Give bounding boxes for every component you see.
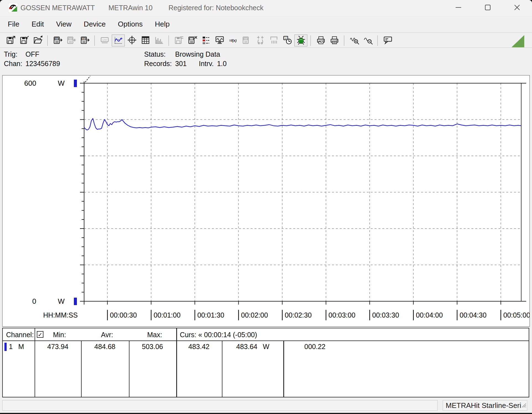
zoom-out-button[interactable] bbox=[361, 35, 374, 46]
records-label: Records: bbox=[144, 60, 175, 68]
menu-item-edit[interactable]: Edit bbox=[25, 19, 50, 30]
close-button[interactable] bbox=[507, 0, 527, 16]
menu-item-options[interactable]: Options bbox=[112, 19, 149, 30]
read-device-icon: 321 bbox=[53, 35, 63, 46]
minimize-button[interactable] bbox=[449, 0, 468, 16]
print-report-button[interactable] bbox=[328, 35, 341, 46]
table-divider bbox=[35, 328, 35, 397]
x-tick-label: 00:02:00 bbox=[241, 311, 268, 319]
title-brand: GOSSEN METRAWATT bbox=[20, 4, 95, 12]
status-value: Browsing Data bbox=[175, 50, 220, 58]
channel-list-button[interactable] bbox=[199, 35, 212, 46]
print-chart-icon bbox=[316, 35, 326, 46]
formula-button[interactable]: =f(x) bbox=[227, 35, 240, 46]
power-chart: 00:00:3000:01:0000:01:3000:02:0000:02:30… bbox=[2, 75, 530, 326]
menu-item-view[interactable]: View bbox=[50, 19, 78, 30]
cell-unit: W bbox=[263, 343, 269, 351]
x-axis-caption: HH:MM:SS bbox=[43, 311, 78, 319]
svg-text:321: 321 bbox=[244, 38, 247, 40]
menu-bar: FileEditViewDeviceOptionsHelp bbox=[0, 16, 532, 33]
read-device-button[interactable]: 321 bbox=[51, 35, 64, 46]
memory-read-button[interactable]: M bbox=[78, 35, 91, 46]
channel-visibility-checkbox[interactable]: ✓ bbox=[37, 331, 43, 338]
lcd-display-icon: 321 bbox=[242, 35, 251, 46]
y-max-label: 600 bbox=[24, 79, 36, 87]
x-tick-label: 00:03:30 bbox=[372, 311, 399, 319]
cell-channel-number: 1 bbox=[9, 343, 13, 351]
col-header-cursor: Curs: « 00:00:14 (-05:00) bbox=[180, 331, 257, 339]
save-export-button[interactable] bbox=[4, 35, 17, 46]
divider bbox=[0, 33, 532, 33]
monitor-view-button[interactable] bbox=[213, 35, 226, 46]
measurement-table: Channel: ✓ Min: Avr: Max: Curs: « 00:00:… bbox=[2, 328, 529, 397]
demo-mode-button[interactable] bbox=[294, 35, 307, 46]
write-device-button: 321 bbox=[65, 35, 78, 46]
device-name: METRAHit Starline-Seri bbox=[446, 401, 521, 410]
table-divider bbox=[283, 340, 284, 397]
xy-view-button[interactable] bbox=[125, 35, 138, 46]
status-label: Status: bbox=[144, 50, 175, 58]
toolbar-separator bbox=[377, 35, 378, 46]
statusbar-message-field bbox=[2, 400, 438, 411]
numeric-display-icon: 1257 bbox=[100, 35, 110, 46]
toolbar-separator bbox=[168, 35, 169, 46]
memory-read-icon: M bbox=[80, 35, 90, 46]
histogram-view-icon bbox=[154, 35, 164, 46]
title-app-name: METRAwin 10 bbox=[108, 4, 152, 12]
probe-sensors-icon bbox=[256, 35, 265, 46]
x-tick-label: 00:05:00 bbox=[503, 311, 530, 319]
status-bar: METRAHit Starline-Seri bbox=[0, 399, 532, 413]
menu-item-device[interactable]: Device bbox=[78, 19, 112, 30]
toolbar-separator bbox=[47, 35, 48, 46]
probe-bars-icon bbox=[269, 35, 279, 46]
chan-label: Chan: bbox=[4, 60, 25, 68]
cursor-left-marker[interactable] bbox=[85, 76, 90, 82]
histogram-view-button bbox=[152, 35, 165, 46]
maximize-button[interactable] bbox=[478, 0, 497, 16]
formula-icon: =f(x) bbox=[229, 35, 238, 46]
chart-view-button[interactable] bbox=[112, 35, 125, 46]
print-chart-button[interactable] bbox=[314, 35, 327, 46]
chart-view-icon bbox=[114, 35, 123, 46]
table-header-divider bbox=[3, 340, 529, 341]
save-import-button[interactable] bbox=[18, 35, 31, 46]
statusbar-device-field: METRAHit Starline-Seri bbox=[443, 400, 527, 411]
resize-grip-icon[interactable] bbox=[520, 401, 526, 410]
cell-cursor-a: 483.42 bbox=[188, 343, 209, 351]
annotation-button[interactable] bbox=[381, 35, 394, 46]
device-settings-button[interactable] bbox=[186, 35, 199, 46]
minimize-icon bbox=[455, 4, 462, 12]
interval-timer-button[interactable]: 12 bbox=[281, 35, 294, 46]
cell-avr: 484.68 bbox=[94, 343, 115, 351]
print-report-icon bbox=[330, 35, 339, 46]
zoom-in-icon bbox=[350, 35, 359, 46]
channel-range-marker-bottom bbox=[74, 298, 77, 305]
probe-bars-button bbox=[267, 35, 280, 46]
svg-text:M: M bbox=[83, 38, 84, 40]
table-view-button[interactable] bbox=[139, 35, 152, 46]
svg-text:321: 321 bbox=[69, 38, 72, 40]
monitor-view-icon bbox=[215, 35, 224, 46]
toolbar-separator bbox=[310, 35, 311, 46]
numeric-display-button: 1257 bbox=[98, 35, 111, 46]
channel-range-marker-top bbox=[74, 80, 77, 87]
title-bar: GOSSEN METRAWATT METRAwin 10 Registered … bbox=[0, 0, 532, 16]
menu-item-file[interactable]: File bbox=[2, 19, 25, 30]
open-file-button[interactable] bbox=[31, 35, 44, 46]
zoom-in-button[interactable] bbox=[348, 35, 361, 46]
records-value: 301 bbox=[175, 60, 187, 67]
device-settings-icon bbox=[188, 35, 197, 46]
status-records-info: Status:Browsing Data Records:301Intrv.1.… bbox=[144, 50, 227, 69]
cell-channel-mode: M bbox=[18, 343, 24, 351]
table-view-icon bbox=[141, 35, 150, 46]
chart-panel: 00:00:3000:01:0000:01:3000:02:0000:02:30… bbox=[2, 75, 530, 327]
maximize-icon bbox=[484, 4, 491, 12]
app-logo-icon bbox=[8, 3, 18, 13]
menu-item-help[interactable]: Help bbox=[149, 19, 176, 30]
probe-sensors-button bbox=[254, 35, 267, 46]
toolbar: 321321M1257=f(x)32112 bbox=[0, 33, 532, 48]
cell-delta: 000.22 bbox=[304, 343, 325, 351]
close-icon bbox=[513, 4, 521, 12]
svg-text:321: 321 bbox=[55, 38, 58, 40]
export-data-icon bbox=[174, 35, 184, 46]
